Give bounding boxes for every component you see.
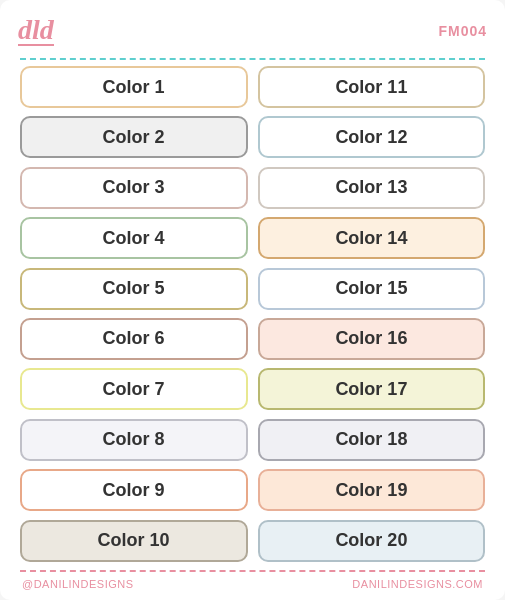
sku-label: FM004 — [438, 23, 487, 39]
color-box-color-2: Color 2 — [20, 116, 248, 158]
card: dld FM004 Color 1Color 11Color 2Color 12… — [0, 0, 505, 600]
color-box-color-17: Color 17 — [258, 368, 486, 410]
footer: @DANILINDESIGNS DANILINDESIGNS.COM — [10, 576, 495, 592]
logo: dld — [18, 16, 54, 46]
color-box-color-10: Color 10 — [20, 520, 248, 562]
footer-right: DANILINDESIGNS.COM — [352, 578, 483, 590]
color-box-color-19: Color 19 — [258, 469, 486, 511]
color-box-color-14: Color 14 — [258, 217, 486, 259]
color-box-color-16: Color 16 — [258, 318, 486, 360]
color-box-color-1: Color 1 — [20, 66, 248, 108]
color-box-color-18: Color 18 — [258, 419, 486, 461]
color-box-color-3: Color 3 — [20, 167, 248, 209]
color-box-color-8: Color 8 — [20, 419, 248, 461]
color-box-color-11: Color 11 — [258, 66, 486, 108]
color-grid: Color 1Color 11Color 2Color 12Color 3Col… — [20, 66, 486, 564]
color-box-color-6: Color 6 — [20, 318, 248, 360]
color-box-color-12: Color 12 — [258, 116, 486, 158]
top-divider — [20, 58, 486, 60]
color-box-color-4: Color 4 — [20, 217, 248, 259]
color-box-color-20: Color 20 — [258, 520, 486, 562]
bottom-divider — [20, 570, 486, 572]
color-box-color-15: Color 15 — [258, 268, 486, 310]
color-box-color-7: Color 7 — [20, 368, 248, 410]
color-box-color-9: Color 9 — [20, 469, 248, 511]
header: dld FM004 — [10, 8, 495, 56]
footer-left: @DANILINDESIGNS — [22, 578, 134, 590]
color-box-color-13: Color 13 — [258, 167, 486, 209]
color-box-color-5: Color 5 — [20, 268, 248, 310]
